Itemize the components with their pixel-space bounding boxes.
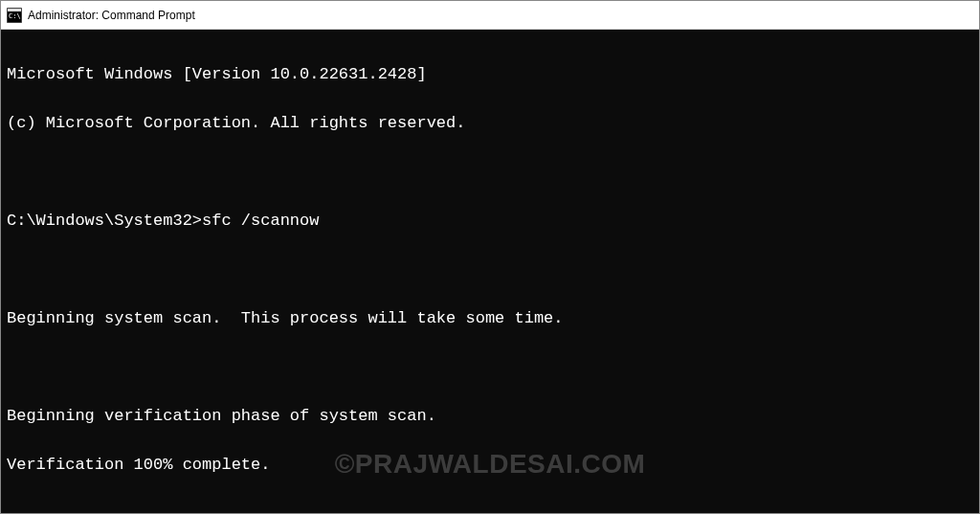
prompt-path: C:\Windows\System32>: [7, 212, 202, 230]
blank-line: [7, 160, 973, 185]
os-version-line: Microsoft Windows [Version 10.0.22631.24…: [7, 62, 973, 87]
scan-begin-line: Beginning system scan. This process will…: [7, 306, 973, 331]
svg-rect-1: [8, 9, 21, 11]
copyright-line: (c) Microsoft Corporation. All rights re…: [7, 111, 973, 136]
blank-line: [7, 355, 973, 380]
terminal-output[interactable]: Microsoft Windows [Version 10.0.22631.24…: [1, 30, 979, 513]
blank-line: [7, 257, 973, 282]
verify-begin-line: Beginning verification phase of system s…: [7, 404, 973, 429]
blank-line: [7, 502, 973, 514]
window-title: Administrator: Command Prompt: [28, 9, 195, 22]
window-titlebar[interactable]: C:\ Administrator: Command Prompt: [1, 1, 979, 30]
prompt-line-1: C:\Windows\System32>sfc /scannow: [7, 209, 973, 234]
cmd-icon: C:\: [7, 8, 22, 23]
command-input: sfc /scannow: [202, 212, 319, 230]
svg-text:C:\: C:\: [9, 12, 21, 20]
verify-complete-line: Verification 100% complete.: [7, 453, 973, 478]
